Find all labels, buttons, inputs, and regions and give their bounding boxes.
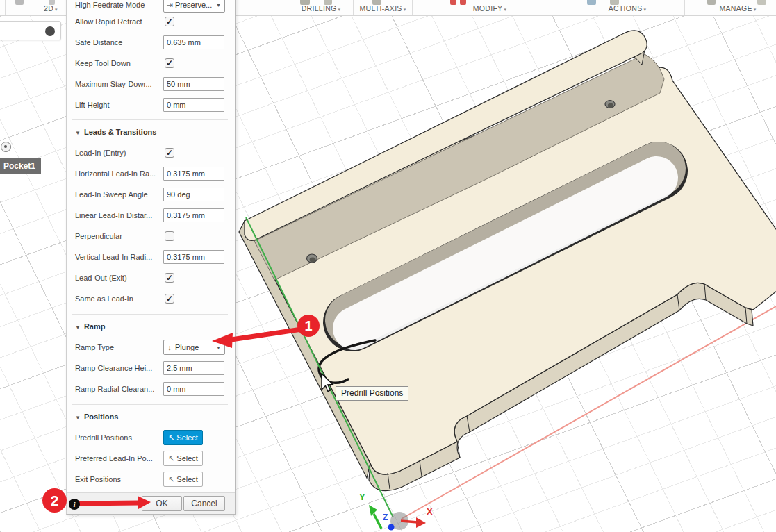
safe-distance-input[interactable] xyxy=(163,35,224,49)
modify-icon-stub[interactable] xyxy=(450,0,456,5)
keep-tool-down-checkbox[interactable] xyxy=(165,58,174,68)
allow-rapid-retract-checkbox[interactable] xyxy=(165,17,174,26)
field-label: Allow Rapid Retract xyxy=(75,11,142,32)
ramp-radial-clearance-input[interactable] xyxy=(163,382,224,396)
menu-modify[interactable]: MODIFY▾ xyxy=(473,4,506,13)
divider xyxy=(72,404,228,405)
row-perpendicular: Perpendicular xyxy=(75,226,228,247)
menu-actions[interactable]: ACTIONS▾ xyxy=(609,4,647,13)
preferred-lead-in-select-button[interactable]: ↖ Select xyxy=(163,451,203,466)
row-preferred-lead-in-positions: Preferred Lead-In Po... ↖ Select xyxy=(75,448,228,469)
menu-manage[interactable]: MANAGE▾ xyxy=(719,4,756,13)
menu-drilling[interactable]: DRILLING▾ xyxy=(302,4,341,13)
field-label: Maximum Stay-Dowr... xyxy=(75,74,152,94)
field-label: Lift Height xyxy=(75,94,110,115)
operation-icon[interactable] xyxy=(1,142,11,152)
tab-2d-menu[interactable]: 2D▾ xyxy=(44,4,58,13)
field-label: Keep Tool Down xyxy=(75,53,131,74)
row-horizontal-lead-in-radius: Horizontal Lead-In Ra... xyxy=(75,163,228,184)
dialog-footer: OK Cancel xyxy=(67,492,235,514)
field-label: Safe Distance xyxy=(75,32,122,53)
row-predrill-positions: Predrill Positions ↖ Select xyxy=(75,427,228,448)
plunge-icon: ↓ xyxy=(164,343,175,351)
row-vertical-lead-in-radius: Vertical Lead-In Radi... xyxy=(75,247,228,267)
pocket-dialog: High Feedrate Mode ⇥ Preserve... ▼ Allow… xyxy=(66,0,236,515)
section-ramp[interactable]: ▼Ramp xyxy=(75,317,228,336)
row-ramp-radial-clearance: Ramp Radial Clearan... xyxy=(75,379,228,399)
manage-icon-stub[interactable] xyxy=(707,0,716,5)
row-keep-tool-down: Keep Tool Down xyxy=(75,53,228,74)
predrill-positions-select-button[interactable]: ↖ Select xyxy=(163,430,203,445)
chevron-down-icon: ▾ xyxy=(754,7,757,12)
chevron-down-icon: ▾ xyxy=(55,7,58,12)
divider xyxy=(72,314,228,315)
chevron-down-icon: ▾ xyxy=(643,7,646,12)
field-label: Predrill Positions xyxy=(75,427,132,448)
field-label: Lead-Out (Exit) xyxy=(75,267,127,288)
row-linear-lead-in-distance: Linear Lead-In Distar... xyxy=(75,205,228,226)
cancel-button[interactable]: Cancel xyxy=(183,496,225,511)
ramp-type-dropdown[interactable]: ↓ Plunge ▼ xyxy=(163,340,225,355)
linear-lead-in-distance-input[interactable] xyxy=(163,208,224,222)
field-label: Horizontal Lead-In Ra... xyxy=(75,163,156,184)
menu-multi-axis[interactable]: MULTI-AXIS▾ xyxy=(360,4,406,13)
exit-positions-select-button[interactable]: ↖ Select xyxy=(163,472,203,487)
ramp-clearance-height-input[interactable] xyxy=(163,361,224,375)
field-label: Exit Positions xyxy=(75,469,121,490)
toolbar-separator xyxy=(353,0,354,15)
ok-button[interactable]: OK xyxy=(142,496,182,511)
field-label: Lead-In Sweep Angle xyxy=(75,184,148,205)
row-safe-distance: Safe Distance xyxy=(75,32,228,53)
vertical-lead-in-radius-input[interactable] xyxy=(163,250,224,264)
chevron-down-icon: ▼ xyxy=(75,415,81,421)
pointer-icon: ↖ xyxy=(168,475,174,484)
modify-icon-stub[interactable] xyxy=(460,0,466,5)
toolbar-separator xyxy=(568,0,568,15)
lead-in-sweep-angle-input[interactable] xyxy=(163,188,224,201)
chevron-down-icon: ▼ xyxy=(216,345,224,350)
toolbar-separator xyxy=(5,0,6,15)
horizontal-lead-in-radius-input[interactable] xyxy=(163,167,224,181)
section-positions[interactable]: ▼Positions xyxy=(75,407,228,426)
lead-out-checkbox[interactable] xyxy=(165,273,174,283)
toolbar-separator xyxy=(684,0,685,15)
field-label: Linear Lead-In Distar... xyxy=(75,205,152,226)
feedrate-icon: ⇥ xyxy=(164,1,175,10)
actions-icon-stub[interactable] xyxy=(587,0,596,5)
predrill-positions-tooltip: Predrill Positions xyxy=(336,386,408,401)
collapse-icon[interactable]: − xyxy=(45,26,55,36)
field-label: Vertical Lead-In Radi... xyxy=(75,247,152,267)
pointer-icon: ↖ xyxy=(168,433,174,442)
toolbar-icon-stub[interactable] xyxy=(15,0,24,5)
field-label: Ramp Radial Clearan... xyxy=(75,379,154,399)
divider xyxy=(72,119,228,120)
perpendicular-checkbox[interactable] xyxy=(165,231,174,241)
manage-icon-stub[interactable] xyxy=(757,0,766,5)
row-lift-height: Lift Height xyxy=(75,94,228,115)
lift-height-input[interactable] xyxy=(163,98,224,112)
row-ramp-clearance-height: Ramp Clearance Hei... xyxy=(75,358,228,379)
pointer-icon: ↖ xyxy=(168,454,174,463)
lead-in-checkbox[interactable] xyxy=(165,148,174,158)
operation-label[interactable]: Pocket1 xyxy=(0,158,41,174)
info-icon[interactable]: i xyxy=(69,499,80,510)
row-allow-rapid-retract: Allow Rapid Retract xyxy=(75,11,228,32)
field-label: Ramp Type xyxy=(75,337,114,358)
application-window: 2D▾ DRILLING▾ MULTI-AXIS▾ MODIFY▾ ACTION… xyxy=(0,0,776,532)
same-as-lead-in-checkbox[interactable] xyxy=(165,294,174,304)
row-lead-out: Lead-Out (Exit) xyxy=(75,267,228,288)
section-leads-transitions[interactable]: ▼Leads & Transitions xyxy=(75,122,228,142)
row-maximum-stay-down: Maximum Stay-Dowr... xyxy=(75,74,228,94)
row-lead-in: Lead-In (Entry) xyxy=(75,142,228,163)
field-label: Perpendicular xyxy=(75,226,122,247)
browser-panel-header[interactable]: − xyxy=(0,21,61,40)
row-lead-in-sweep-angle: Lead-In Sweep Angle xyxy=(75,184,228,205)
chevron-down-icon: ▾ xyxy=(404,7,406,12)
row-same-as-lead-in: Same as Lead-In xyxy=(75,288,228,309)
chevron-down-icon: ▾ xyxy=(504,7,506,12)
chevron-down-icon: ▼ xyxy=(75,324,81,331)
row-ramp-type: Ramp Type ↓ Plunge ▼ xyxy=(75,337,228,358)
maximum-stay-down-input[interactable] xyxy=(163,77,224,91)
chevron-down-icon: ▾ xyxy=(338,7,341,12)
field-label: Ramp Clearance Hei... xyxy=(75,358,152,379)
